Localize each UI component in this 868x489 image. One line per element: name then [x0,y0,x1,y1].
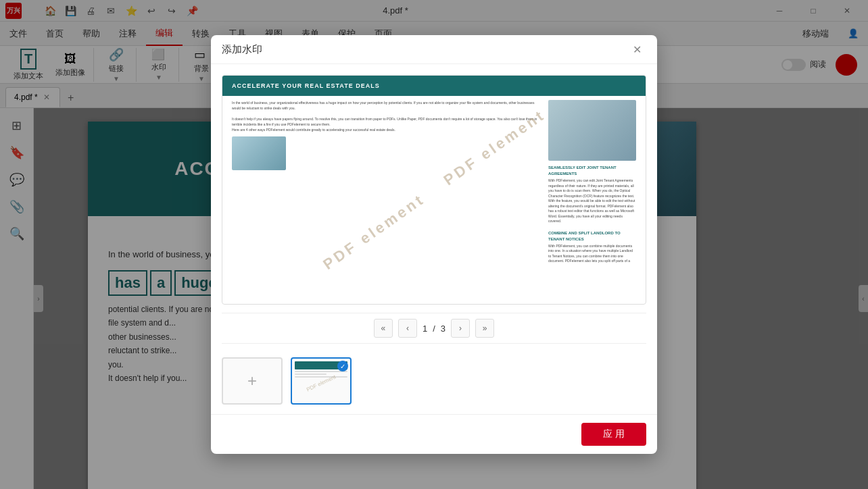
mini-building-image [232,136,286,170]
nav-last-button[interactable]: » [475,319,494,338]
preview-page-content: ACCELERATE YOUR REAL ESTATE DEALS In the… [222,76,646,304]
mini-section-title-2: COMBINE AND SPLIT LANDLORD TO TENANT NOT… [548,230,636,242]
mini-pdf-left: In the world of business, your organizat… [232,100,543,264]
modal-header: 添加水印 ✕ [211,35,657,64]
mini-pdf-header: ACCELERATE YOUR REAL ESTATE DEALS [222,76,646,96]
mini-pdf-right: SEAMLESSLY EDIT JOINT TENANT AGREEMENTS … [548,100,636,264]
nav-prev-button[interactable]: ‹ [398,319,417,338]
template-options-row: + PDF element ✓ [222,352,646,410]
mini-section-title-1: SEAMLESSLY EDIT JOINT TENANT AGREEMENTS [548,165,636,177]
add-template-icon: + [247,371,257,390]
modal-title: 添加水印 [222,43,262,56]
nav-next-button[interactable]: › [451,319,470,338]
modal-body: ACCELERATE YOUR REAL ESTATE DEALS In the… [211,64,657,414]
nav-first-button[interactable]: « [374,319,393,338]
mini-pdf-body: In the world of business, your organizat… [222,96,646,268]
template-selected-check: ✓ [337,361,348,371]
template-line-2 [295,374,327,375]
apply-button[interactable]: 应 用 [581,423,646,446]
modal-footer: 应 用 [211,414,657,454]
modal-navigation: « ‹ 1 / 3 › » [222,313,646,344]
nav-separator: / [433,324,435,334]
add-watermark-modal: 添加水印 ✕ ACCELERATE YOUR REAL ESTATE DEALS… [211,35,657,454]
nav-total-pages: 3 [441,324,445,334]
mini-right-building-image [548,100,636,161]
watermark-preview: ACCELERATE YOUR REAL ESTATE DEALS In the… [222,75,646,305]
nav-current-page: 1 [423,324,427,334]
template-add-new[interactable]: + [222,357,283,405]
template-option-selected[interactable]: PDF element ✓ [291,357,352,405]
modal-overlay: 添加水印 ✕ ACCELERATE YOUR REAL ESTATE DEALS… [0,0,868,489]
modal-close-button[interactable]: ✕ [627,40,646,59]
